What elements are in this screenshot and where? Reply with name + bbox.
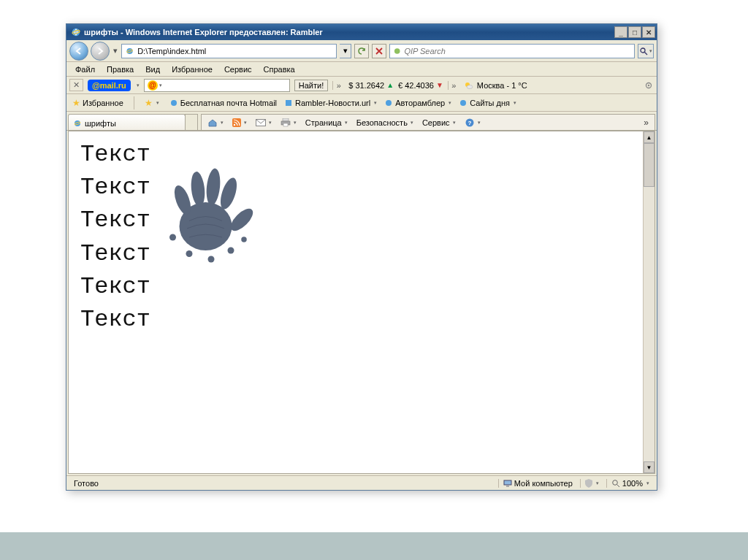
minimize-button[interactable]: _ [614,26,627,38]
mailru-toolbar: ✕ @mail.ru ▾ @ ▾ Найти! » $ 31.2642 ▲ € … [66,77,657,94]
currency-usd: $ 31.2642 ▲ [348,81,394,90]
mailru-find-button[interactable]: Найти! [294,80,328,91]
svg-rect-16 [232,118,241,127]
svg-point-17 [234,123,235,125]
help-button[interactable]: ?▾ [462,116,484,129]
print-button[interactable]: ▾ [278,116,299,129]
toolbar-close-button[interactable]: ✕ [69,79,83,91]
favorites-button[interactable]: ★Избранное [69,96,126,110]
close-button[interactable]: ✕ [642,26,655,38]
settings-icon[interactable] [644,80,654,91]
menu-tools[interactable]: Сервис [218,64,258,75]
ie-icon [71,27,81,37]
text-line-1: Текст [80,142,631,167]
scroll-thumb[interactable] [644,143,654,187]
feeds-button[interactable]: ▾ [229,116,250,129]
scroll-up-button[interactable]: ▲ [644,131,654,143]
svg-rect-19 [283,118,289,121]
currency-eur: € 42.4036 ▼ [398,81,443,90]
tab-bar: шрифты ▾ ▾ ▾ ▾ Страница▾ Безопасность▾ С… [66,112,657,131]
page-body: Текст Текст Текст Текст Текст Текст [69,131,643,473]
nav-history-dropdown[interactable]: ▾ [112,46,119,55]
weather-icon [464,80,474,91]
ie-icon [73,119,82,128]
zoom-control[interactable]: 100% ▾ [606,479,654,488]
text-line-3: Текст [80,207,631,233]
star-icon: ★ [72,98,80,108]
svg-text:?: ? [468,120,471,126]
svg-rect-11 [286,100,291,106]
qip-icon [393,47,401,55]
home-button[interactable]: ▾ [205,116,226,129]
currency-more[interactable]: » [448,81,459,90]
security-menu[interactable]: Безопасность▾ [354,116,416,129]
text-line-2: Текст [80,174,631,200]
svg-point-12 [386,100,392,106]
page-menu[interactable]: Страница▾ [302,116,351,129]
search-box [389,44,635,58]
address-dropdown[interactable]: ▾ [340,44,351,58]
toolbar-overflow[interactable]: » [641,118,652,128]
star-add-icon: ★ [145,98,153,108]
new-tab-button[interactable] [185,114,198,130]
text-line-6: Текст [80,307,631,332]
status-bar: Готово Мой компьютер ▾ 100% ▾ [66,475,657,490]
maximize-button[interactable]: □ [628,26,641,38]
svg-point-10 [171,100,177,106]
svg-point-7 [467,85,473,88]
menu-file[interactable]: Файл [69,64,101,75]
back-button[interactable] [69,42,88,61]
svg-point-9 [648,84,649,85]
mailru-dropdown[interactable]: ▾ [137,83,140,88]
text-line-5: Текст [80,274,631,299]
protected-mode[interactable]: ▾ [580,479,603,488]
weather[interactable]: Москва - 1 °C [464,80,527,91]
status-ready: Готово [69,479,346,488]
titlebar: шрифты - Windows Internet Explorer предо… [66,24,657,40]
add-favorite-button[interactable]: ★▾ [142,96,162,110]
link-sites-of-day[interactable]: Сайты дня▾ [459,99,516,107]
menu-help[interactable]: Справка [258,64,301,75]
svg-rect-36 [506,486,509,487]
menu-favorites[interactable]: Избранное [166,64,218,75]
computer-icon [503,479,512,488]
menu-bar: Файл Правка Вид Избранное Сервис Справка [66,62,657,77]
refresh-button[interactable] [354,44,369,58]
svg-point-37 [613,480,618,485]
svg-point-30 [169,234,176,241]
mailru-more[interactable]: » [332,81,344,90]
vertical-scrollbar[interactable]: ▲ ▼ [643,131,654,473]
zoom-icon [611,479,620,488]
link-autorambler[interactable]: Авторамблер▾ [384,99,451,107]
link-rambler-news[interactable]: Rambler-Новости.url▾ [284,99,377,107]
command-bar: ▾ ▾ ▾ ▾ Страница▾ Безопасность▾ Сервис▾ … [201,114,655,130]
search-button[interactable]: ▾ [638,44,654,58]
slide-footer [0,532,748,560]
status-zone: Мой компьютер [498,479,577,488]
at-icon: @ [148,80,158,91]
menu-view[interactable]: Вид [140,64,166,75]
page-icon [125,46,134,56]
svg-rect-21 [283,123,288,126]
stop-button[interactable] [372,44,386,58]
content-area: Текст Текст Текст Текст Текст Текст ▲ ▼ [68,131,655,474]
address-input[interactable] [137,47,333,55]
shield-icon [585,479,592,488]
search-input[interactable] [404,47,631,55]
link-hotmail[interactable]: Бесплатная почта Hotmail [169,99,277,107]
ie-window: шрифты - Windows Internet Explorer предо… [66,23,657,491]
window-title: шрифты - Windows Internet Explorer предо… [84,28,611,37]
scroll-down-button[interactable]: ▼ [644,461,654,473]
mail-button[interactable]: ▾ [253,116,275,129]
text-line-4: Текст [80,241,631,266]
forward-button[interactable] [91,42,110,61]
svg-point-13 [460,100,466,106]
svg-point-4 [394,48,400,54]
tab-active[interactable]: шрифты [68,114,186,130]
service-menu[interactable]: Сервис▾ [419,116,459,129]
svg-point-5 [641,48,645,53]
mailru-logo[interactable]: @mail.ru [88,80,131,91]
menu-edit[interactable]: Правка [101,64,140,75]
navigation-bar: ▾ ▾ ▾ [66,40,657,62]
address-bar [121,44,337,58]
